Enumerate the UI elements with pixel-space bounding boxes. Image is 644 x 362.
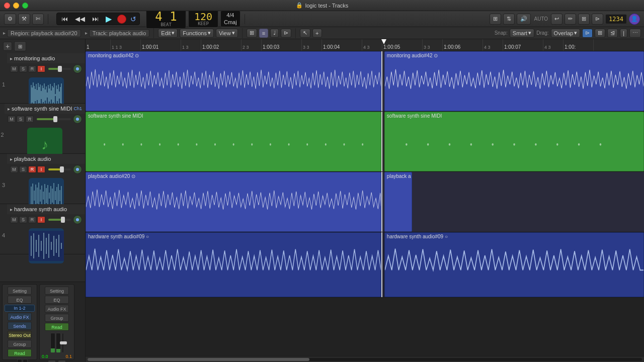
ch-mute-2[interactable]: M [48, 360, 56, 362]
drag-mode-button[interactable]: ⊳ [582, 29, 593, 38]
solo-btn-1[interactable]: S [19, 65, 27, 72]
read-btn-1[interactable]: Read [8, 349, 32, 357]
settings-button[interactable]: ⚙ [4, 14, 16, 25]
mix-button[interactable]: ⇅ [503, 14, 515, 25]
cursor-button[interactable]: ↖ [300, 29, 310, 38]
key-button[interactable]: ⊞ [490, 14, 501, 25]
grid-view-button[interactable]: ⊞ [247, 29, 257, 38]
region-info[interactable]: Region: playback audio#20 [7, 29, 81, 37]
solo-btn-2[interactable]: S [17, 116, 25, 123]
edit-dropdown[interactable]: Edit ▾ [158, 29, 178, 38]
pencil-button[interactable]: ✏ [565, 14, 576, 25]
maximize-button[interactable] [22, 3, 28, 9]
track-menu-1[interactable] [73, 64, 82, 73]
view-dropdown[interactable]: View ▾ [216, 29, 238, 38]
snap-button[interactable]: ⊞ [578, 14, 590, 25]
track-expand-4[interactable]: ▸ [10, 207, 13, 212]
ruler-mark-6: 2 3 [242, 39, 262, 51]
audio-region-3b[interactable]: playback a [384, 172, 413, 232]
loop-button[interactable]: ↩ [551, 14, 562, 25]
vol-slider-4[interactable] [48, 219, 71, 221]
speaker-button[interactable]: 🔊 [517, 14, 531, 25]
functions-dropdown[interactable]: Functions ▾ [180, 29, 214, 38]
track-info[interactable]: Track: playback audio [89, 29, 150, 37]
audio-fx-btn-2[interactable]: Audio FX [45, 305, 69, 313]
read-btn-2[interactable]: Read [45, 323, 69, 331]
mute-btn-4[interactable]: M [10, 216, 18, 223]
note-view-button[interactable]: ♩ [270, 29, 279, 38]
input-btn-1[interactable]: I [37, 65, 45, 72]
window-controls[interactable] [4, 3, 28, 9]
align-button[interactable]: ⊴ [607, 29, 618, 38]
record-btn-1[interactable]: R [28, 65, 36, 72]
flex-button[interactable]: ✄ [32, 14, 44, 25]
audio-region-3a[interactable]: playback audio#20 ⊙ [86, 172, 381, 232]
add-track-button[interactable]: + [3, 42, 12, 51]
ch-solo-2[interactable]: S [58, 360, 66, 362]
close-button[interactable] [4, 3, 10, 9]
forward-slow-button[interactable]: ⏭ [91, 15, 100, 23]
playhead-marker[interactable] [381, 39, 386, 44]
audio-region-4a[interactable]: hardware synth audio#09 ○ [86, 232, 381, 297]
audio-region-1b[interactable]: monitoring audio#42 ⊙ [384, 51, 644, 111]
timeline-ruler: 1 1 1 3 1:00:01 1 3 1:00:02 2 3 1:00:03 … [86, 39, 644, 51]
group-btn-1[interactable]: Group [8, 340, 32, 348]
track-menu-2[interactable] [73, 115, 82, 124]
track-expand-2[interactable]: ▸ [8, 106, 10, 112]
input-btn-4[interactable]: I [37, 216, 45, 223]
stereo-out-btn-1[interactable]: Stereo Out [8, 331, 32, 339]
mute-btn-1[interactable]: M [10, 65, 18, 72]
track-expand-1[interactable]: ▸ [10, 56, 13, 61]
record-button[interactable] [117, 15, 126, 24]
expand-button[interactable]: ⊞ [595, 29, 605, 38]
rewind-button[interactable]: ⏮ [60, 15, 69, 23]
scrollbar-thumb[interactable] [88, 358, 309, 361]
snap-value[interactable]: Smart ▾ [510, 29, 534, 38]
vol-slider-3[interactable] [48, 168, 71, 170]
setting-btn-2[interactable]: Setting [45, 287, 69, 295]
play-button[interactable]: ▶ [104, 14, 113, 24]
eq-btn-2[interactable]: EQ [45, 296, 69, 304]
svg-point-140 [196, 143, 197, 146]
more-button[interactable]: ⋯ [629, 29, 641, 38]
track-expand-3[interactable]: ▸ [10, 156, 13, 162]
audio-fx-btn-1[interactable]: Audio FX [8, 313, 32, 321]
record-btn-4[interactable]: R [28, 216, 36, 223]
tools-button[interactable]: ⚒ [18, 14, 30, 25]
setting-btn-1[interactable]: Setting [8, 287, 32, 295]
mute-btn-3[interactable]: M [10, 166, 18, 173]
mute-btn-2[interactable]: M [8, 116, 16, 123]
scrollbar-track[interactable] [88, 358, 642, 361]
marker-button[interactable]: ⊳ [592, 14, 603, 25]
track-menu-4[interactable] [73, 215, 82, 224]
list-view-button[interactable]: ≡ [259, 29, 268, 38]
cycle-button[interactable]: ↺ [130, 15, 136, 23]
audio-region-1a[interactable]: monitoring audio#42 ⊙ // Generate wavefo… [86, 51, 381, 111]
audio-region-4b[interactable]: hardware synth audio#09 ○ [384, 232, 644, 297]
drag-value[interactable]: Overlap ▾ [551, 29, 581, 38]
vol-slider-1[interactable] [48, 68, 71, 70]
vol-slider-2[interactable] [37, 118, 71, 120]
input-btn-3[interactable]: I [37, 166, 45, 173]
group-btn-2[interactable]: Group [45, 314, 69, 322]
solo-btn-4[interactable]: S [19, 216, 27, 223]
fader-thumb-2[interactable] [60, 341, 67, 344]
audio-region-2a[interactable]: software synth sine MIDI [86, 112, 381, 171]
track-options-button[interactable]: ⊞ [14, 41, 26, 51]
minimize-button[interactable] [13, 3, 19, 9]
sends-btn-1[interactable]: Sends [8, 322, 32, 330]
fader-2[interactable] [62, 333, 64, 353]
io-display-1[interactable]: In 1-2 [5, 305, 35, 312]
track-menu-3[interactable] [73, 165, 82, 174]
solo-btn-3[interactable]: S [19, 166, 27, 173]
back-button[interactable]: ◀◀ [73, 15, 87, 23]
record-btn-3[interactable]: R [28, 166, 36, 173]
playhead-snap-button[interactable]: ⊳ [281, 29, 291, 38]
eq-btn-1[interactable]: EQ [8, 296, 32, 304]
scrollbar-horizontal[interactable] [86, 356, 644, 362]
audio-region-2b[interactable]: software synth sine MIDI [384, 112, 644, 171]
record-btn-2[interactable]: R [26, 116, 34, 123]
profile-button[interactable]: 👤 [629, 14, 640, 25]
split-button[interactable]: | [620, 29, 627, 38]
zoom-button[interactable]: + [312, 29, 321, 38]
